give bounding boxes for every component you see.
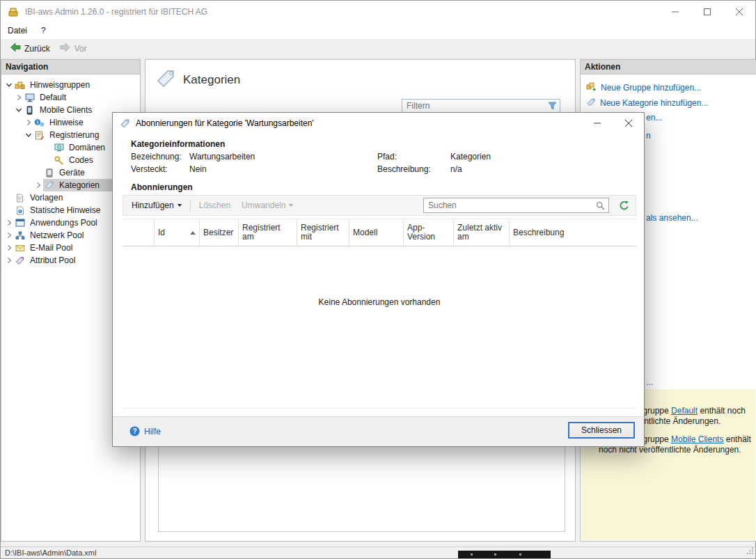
dialog-minimize-button[interactable] [581, 113, 613, 134]
chevron-collapsed-icon[interactable] [4, 244, 14, 251]
tree-item-default[interactable]: Default [1, 91, 140, 104]
taskbar-fragment [458, 551, 551, 558]
refresh-icon [619, 200, 629, 211]
filter-icon[interactable] [548, 102, 557, 110]
column-header-selector[interactable] [123, 219, 155, 246]
svg-text:i: i [19, 210, 20, 213]
subscriptions-dialog: Abonnierungen für Kategorie 'Wartungsarb… [112, 112, 645, 447]
add-button[interactable]: Hinzufügen [126, 198, 187, 213]
dialog-close-button[interactable] [613, 113, 644, 134]
field-value-pfad: Kategorien [450, 152, 491, 162]
resize-grip-icon[interactable] [746, 547, 754, 557]
field-value-beschreibung: n/a [450, 164, 462, 174]
note-mobile-clients-link[interactable]: Mobile Clients [671, 434, 723, 444]
window-title: IBI-aws Admin 1.26.0 - registriert für I… [25, 7, 207, 17]
mobile-clients-icon [24, 105, 36, 115]
partially-hidden-link[interactable]: n [646, 131, 651, 141]
minimize-button[interactable] [659, 1, 691, 22]
maximize-button[interactable] [691, 1, 723, 22]
codes-key-icon [53, 155, 65, 165]
chevron-collapsed-icon[interactable] [33, 182, 43, 189]
search-input[interactable] [424, 200, 596, 210]
field-label-beschreibung: Beschreibung: [377, 164, 431, 174]
back-icon [10, 42, 21, 54]
note-default-link[interactable]: Default [671, 406, 698, 416]
category-tag-icon [155, 68, 176, 91]
actions-header: Aktionen [581, 60, 756, 74]
subscriptions-toolbar: Hinzufügen Löschen Umwandeln [123, 195, 636, 216]
main-toolbar: Zurück Vor [1, 39, 755, 58]
dialog-title: Abonnierungen für Kategorie 'Wartungsarb… [136, 118, 314, 128]
dialog-footer: ? Hilfe Schliessen [113, 416, 644, 446]
svg-text:i: i [37, 119, 38, 125]
partially-hidden-link[interactable]: als ansehen... [646, 213, 698, 223]
registration-icon [33, 130, 45, 140]
tree-item-hinweisgruppen[interactable]: Hinweisgruppen [1, 79, 140, 91]
column-header-modell[interactable]: Modell [349, 219, 404, 246]
forward-icon [60, 42, 71, 54]
chevron-collapsed-icon[interactable] [14, 94, 24, 101]
column-header-registriert-am[interactable]: Registriert am [239, 219, 297, 246]
chevron-expanded-icon[interactable] [24, 132, 33, 139]
computer-icon [24, 93, 36, 102]
add-category-link[interactable]: Neue Kategorie hinzufügen... [586, 95, 756, 111]
menu-help[interactable]: ? [34, 22, 53, 39]
menu-datei[interactable]: Datei [1, 22, 34, 39]
template-icon [14, 193, 26, 203]
back-button[interactable]: Zurück [5, 40, 55, 56]
info-section-header: Kategorieinformationen [131, 139, 225, 149]
delete-button[interactable]: Löschen [194, 198, 236, 213]
refresh-button[interactable] [619, 200, 629, 211]
help-icon: ? [129, 426, 140, 436]
field-value-bezeichnung: Wartungsarbeiten [189, 152, 255, 162]
toolbar-separator [190, 200, 191, 211]
chevron-expanded-icon[interactable] [4, 81, 14, 88]
network-pool-icon [14, 230, 26, 240]
navigation-header: Navigation [1, 60, 140, 74]
app-window: IBI-aws Admin 1.26.0 - registriert für I… [0, 0, 756, 559]
subscriptions-table-header: Id Besitzer Registriert am Registriert m… [123, 219, 636, 246]
filter-box [402, 99, 560, 113]
column-header-zuletzt-aktiv[interactable]: Zuletzt aktiv am [454, 219, 510, 246]
convert-button[interactable]: Umwandeln [236, 198, 299, 213]
data-file-path: D:\IBI-aws\Admin\Data.xml [5, 549, 96, 557]
filter-input[interactable] [402, 101, 548, 111]
forward-button[interactable]: Vor [55, 40, 92, 56]
help-link[interactable]: ? Hilfe [129, 426, 161, 436]
search-box [423, 198, 609, 213]
chevron-expanded-icon[interactable] [14, 107, 24, 113]
app-pool-icon [14, 218, 26, 228]
chevron-collapsed-icon[interactable] [4, 219, 14, 226]
subscriptions-section-header: Abonnierungen [131, 182, 193, 192]
column-header-app-version[interactable]: App-Version [404, 219, 454, 246]
add-category-tag-icon [586, 97, 596, 109]
partially-hidden-link[interactable]: en... [646, 113, 662, 123]
dropdown-arrow-icon [178, 204, 182, 207]
field-value-versteckt: Nein [189, 164, 207, 174]
attribute-pool-icon [14, 255, 26, 265]
close-button[interactable] [723, 1, 755, 22]
field-label-bezeichnung: Bezeichnung: [131, 152, 182, 162]
chevron-collapsed-icon[interactable] [4, 232, 14, 239]
statusbar: D:\IBI-aws\Admin\Data.xml [1, 546, 755, 558]
column-header-besitzer[interactable]: Besitzer [200, 219, 239, 246]
schliessen-button[interactable]: Schliessen [568, 422, 635, 439]
search-icon[interactable] [596, 201, 605, 210]
empty-state-text: Keine Abonnierungen vorhanden [123, 297, 636, 307]
chevron-collapsed-icon[interactable] [24, 119, 33, 126]
page-title: Kategorien [183, 73, 240, 87]
domain-icon [53, 143, 65, 152]
dropdown-arrow-icon [289, 204, 293, 207]
static-hint-icon: i [14, 205, 26, 215]
dialog-tag-icon [120, 118, 130, 129]
column-header-id[interactable]: Id [155, 219, 200, 246]
add-group-link[interactable]: Neue Gruppe hinzufügen... [586, 80, 756, 95]
column-header-beschreibung[interactable]: Beschreibung [510, 219, 636, 246]
column-header-registriert-mit[interactable]: Registriert mit [297, 219, 349, 246]
device-icon [43, 168, 55, 178]
partially-hidden-link[interactable]: ... [646, 377, 653, 387]
tag-icon [43, 180, 55, 190]
chevron-collapsed-icon[interactable] [4, 257, 14, 264]
hint-icon: i [33, 118, 45, 127]
field-label-pfad: Pfad: [377, 152, 397, 162]
